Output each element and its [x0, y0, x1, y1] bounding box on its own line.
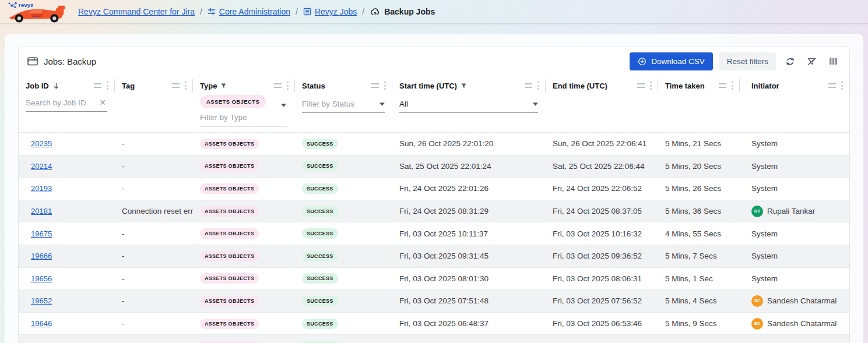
- job-id-link[interactable]: 20214: [31, 162, 52, 171]
- breadcrumb-separator: /: [200, 7, 202, 16]
- type-badge: ASSETS OBJECTS: [200, 251, 259, 261]
- time-taken-cell: 5 Mins, 4 Secs: [658, 296, 740, 305]
- status-filter-placeholder: Filter by Status: [302, 100, 354, 108]
- job-id-link[interactable]: 19675: [31, 229, 52, 238]
- initiator-cell: SC Sandesh Chatarmal: [740, 295, 849, 307]
- column-label[interactable]: Type: [200, 82, 217, 90]
- type-badge: ASSETS OBJECTS: [200, 139, 259, 149]
- column-menu-icon[interactable]: [536, 80, 541, 91]
- initiator-name: System: [751, 139, 778, 148]
- end-time-cell: Sun, 26 Oct 2025 22:06:41: [546, 139, 658, 148]
- download-csv-button[interactable]: Download CSV: [630, 52, 713, 70]
- column-menu-icon[interactable]: [839, 80, 845, 91]
- initiator-cell: SC Sandesh Chatarmal: [740, 318, 849, 330]
- tag-cell: Connection reset error te: [115, 207, 193, 215]
- initiator-name: System: [751, 252, 778, 260]
- start-time-cell: Fri, 24 Oct 2025 08:31:29: [392, 207, 546, 215]
- table-header: Job ID ✕ Tag: [19, 75, 849, 133]
- svg-text:revyz: revyz: [33, 14, 39, 17]
- status-badge: SUCCESS: [302, 161, 338, 171]
- start-time-cell: Fri, 03 Oct 2025 08:01:30: [392, 274, 546, 283]
- type-filter-input[interactable]: [200, 112, 287, 126]
- clear-search-icon[interactable]: ✕: [98, 98, 107, 111]
- refresh-button[interactable]: [782, 54, 797, 68]
- column-drag-handle[interactable]: [274, 83, 282, 88]
- reset-filters-button[interactable]: Reset filters: [719, 52, 776, 70]
- column-menu-icon[interactable]: [285, 80, 290, 91]
- column-label[interactable]: Initiator: [751, 82, 779, 90]
- clear-filters-button[interactable]: [804, 54, 819, 68]
- job-id-link[interactable]: 20193: [31, 184, 52, 193]
- column-drag-handle[interactable]: [371, 83, 379, 88]
- column-status: Status Filter by Status: [295, 75, 392, 126]
- initiator-cell: System: [740, 139, 849, 148]
- breadcrumb-link-command-center[interactable]: Revyz Command Center for Jira: [78, 7, 195, 16]
- tag-cell: -: [115, 296, 193, 305]
- card-title-text: Jobs: Backup: [44, 56, 96, 66]
- column-label[interactable]: Job ID: [26, 82, 49, 90]
- job-id-search-input[interactable]: [26, 97, 98, 111]
- job-id-link[interactable]: 19656: [31, 274, 52, 283]
- column-menu-icon[interactable]: [183, 80, 188, 91]
- column-label[interactable]: End time (UTC): [553, 82, 607, 90]
- start-time-filter-select[interactable]: All: [399, 100, 538, 113]
- column-drag-handle[interactable]: [719, 83, 726, 88]
- job-id-link[interactable]: 20235: [31, 139, 52, 148]
- jobs-backup-card: Jobs: Backup Download CSV Reset filters: [18, 47, 850, 343]
- start-time-filter-value: All: [399, 100, 408, 108]
- table-row: 19666 - ASSETS OBJECTS SUCCESS Fri, 03 O…: [19, 245, 849, 268]
- job-id-link[interactable]: 19652: [31, 296, 52, 305]
- column-label[interactable]: Tag: [122, 82, 135, 90]
- column-drag-handle[interactable]: [94, 83, 101, 88]
- cloud-upload-icon: [370, 8, 380, 16]
- column-label[interactable]: Start time (UTC): [399, 82, 457, 90]
- column-drag-handle[interactable]: [172, 83, 180, 88]
- job-id-link[interactable]: 20181: [31, 207, 52, 215]
- breadcrumb-separator: /: [362, 7, 364, 16]
- column-drag-handle[interactable]: [828, 83, 836, 88]
- toolbar-actions: Download CSV Reset filters: [630, 52, 841, 70]
- type-filter-chip[interactable]: ASSETS OBJECTS: [200, 95, 266, 108]
- avatar: SC: [751, 295, 763, 307]
- type-badge: ASSETS OBJECTS: [200, 161, 259, 171]
- column-menu-icon[interactable]: [105, 80, 110, 91]
- column-menu-icon[interactable]: [648, 80, 653, 91]
- refresh-icon: [785, 56, 795, 66]
- breadcrumb-current-backup-jobs: Backup Jobs: [370, 7, 435, 16]
- start-time-cell: Fri, 03 Oct 2025 06:48:37: [392, 319, 546, 328]
- table-body: 20235 - ASSETS OBJECTS SUCCESS Sun, 26 O…: [19, 133, 849, 343]
- column-time-taken: Time taken: [658, 75, 740, 126]
- table-row: 20193 - ASSETS OBJECTS SUCCESS Fri, 24 O…: [19, 178, 849, 200]
- column-menu-icon[interactable]: [382, 80, 388, 91]
- type-badge: ASSETS OBJECTS: [200, 206, 259, 217]
- status-filter-select[interactable]: Filter by Status: [302, 100, 385, 113]
- start-time-cell: Sat, 25 Oct 2025 22:01:24: [392, 162, 546, 171]
- column-type: Type ASSETS OBJECTS: [193, 75, 295, 126]
- column-drag-handle[interactable]: [525, 83, 532, 88]
- column-drag-handle[interactable]: [637, 83, 645, 88]
- status-badge: SUCCESS: [302, 139, 338, 149]
- initiator-cell: System: [740, 162, 849, 171]
- column-label[interactable]: Time taken: [665, 82, 705, 90]
- initiator-name: Sandesh Chatarmal: [767, 296, 837, 305]
- job-id-link[interactable]: 19666: [31, 252, 52, 260]
- revyz-logo: revyz revyz: [7, 1, 68, 23]
- table-row: 19656 - ASSETS OBJECTS SUCCESS Fri, 03 O…: [19, 268, 849, 291]
- breadcrumb-link-revyz-jobs[interactable]: Revyz Jobs: [303, 7, 357, 16]
- column-menu-icon[interactable]: [730, 80, 735, 91]
- table-row: 19629 - ASSETS OBJECTS SUCCESS Thu, 02 O…: [19, 335, 849, 343]
- time-taken-cell: 4 Mins, 55 Secs: [658, 229, 740, 238]
- column-label[interactable]: Status: [302, 82, 325, 90]
- window-icon: [27, 57, 38, 66]
- tag-cell: -: [115, 274, 193, 283]
- sort-desc-icon[interactable]: [52, 82, 60, 90]
- chevron-down-icon: [379, 102, 385, 106]
- tag-cell: -: [115, 252, 193, 260]
- initiator-name: System: [751, 162, 778, 171]
- chevron-down-icon[interactable]: [281, 104, 286, 107]
- breadcrumb-link-core-administration[interactable]: Core Administration: [208, 7, 290, 16]
- job-id-link[interactable]: 19646: [31, 319, 52, 328]
- breadcrumb: Revyz Command Center for Jira / Core Adm…: [78, 7, 435, 16]
- columns-button[interactable]: [825, 54, 841, 68]
- download-icon: [638, 57, 646, 66]
